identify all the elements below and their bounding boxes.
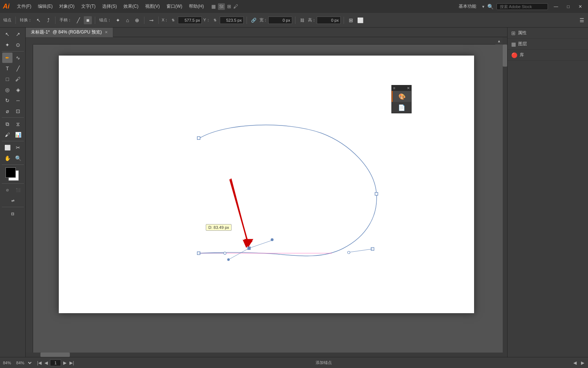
x-adjust-icon[interactable]: ⇅ <box>169 16 177 24</box>
menu-help[interactable]: 帮助(H) <box>186 2 207 11</box>
document-tab[interactable]: 未标题-1* @ 84% (RGB/GPU 预览) ✕ <box>26 28 113 37</box>
select-tool[interactable]: ↖ <box>2 29 12 39</box>
eraser-tool[interactable]: ◈ <box>13 85 23 95</box>
mini-panel-close-icon[interactable]: ✕ <box>407 86 410 90</box>
anchor-tool-1[interactable]: ✦ <box>114 16 122 24</box>
zoom-select[interactable]: 84% 100% 50% <box>15 360 33 365</box>
curvature-tool[interactable]: ∿ <box>13 53 23 63</box>
workspace-label[interactable]: 基本功能 <box>456 2 479 11</box>
workspace-chevron[interactable]: ▾ <box>482 4 484 9</box>
rotate-tool[interactable]: ↻ <box>2 95 12 106</box>
menu-object[interactable]: 对象(O) <box>56 2 77 11</box>
menu-select[interactable]: 选择(S) <box>99 2 120 11</box>
first-page-button[interactable]: |◀ <box>36 360 42 365</box>
perspective-tool[interactable]: ⧖ <box>13 119 23 129</box>
scale-tool[interactable]: ↔ <box>13 95 23 106</box>
blob-brush-tool[interactable]: ◎ <box>2 85 12 95</box>
toolbar-sep-3 <box>2 141 24 141</box>
hand-tool[interactable]: ✋ <box>2 153 12 163</box>
anchor-tool-3[interactable]: ⊕ <box>133 16 141 24</box>
toolbar-icon-pen[interactable]: 🖊 <box>233 4 238 9</box>
convert-tool-2[interactable]: ⤴ <box>44 16 52 24</box>
minimize-button[interactable]: — <box>551 3 561 11</box>
canvas-wrapper[interactable]: D: 83.49 px ▲ ≡ ✕ 🎨 📄 <box>26 37 507 357</box>
menu-window[interactable]: 窗口(W) <box>164 2 185 11</box>
properties-icon: ⊞ <box>511 30 516 36</box>
paint-tool[interactable]: 🖌 <box>2 130 12 140</box>
properties-panel-tab[interactable]: ⊞ 属性 <box>508 28 588 39</box>
artboard-tool[interactable]: ⬜ <box>2 142 12 153</box>
menu-file[interactable]: 文件(F) <box>14 2 34 11</box>
h-coord-field: 高： <box>308 17 341 24</box>
y-value-input[interactable] <box>220 17 244 24</box>
prev-page-button[interactable]: ◀ <box>44 360 49 365</box>
stock-search-input[interactable] <box>496 3 548 10</box>
layers-panel-tab[interactable]: ▦ 图层 <box>508 39 588 50</box>
eyedropper-tool[interactable]: 🖋 <box>13 74 23 84</box>
chart-tool[interactable]: 📊 <box>13 130 23 140</box>
y-adjust-icon[interactable]: ⇅ <box>211 16 219 24</box>
collapse-panel-button[interactable]: ▲ <box>495 37 503 45</box>
handle-tool-2[interactable]: ■ <box>84 16 92 24</box>
tool-row-12: ✋ 🔍 <box>2 153 23 163</box>
arrange-tool[interactable]: ⧈ <box>8 208 18 219</box>
mini-panel-expand-icon[interactable]: ≡ <box>393 86 395 90</box>
toolbar-icon-grid[interactable]: ⊞ <box>227 4 231 9</box>
search-icon[interactable]: 🔍 <box>487 4 494 10</box>
color-mode-icon[interactable]: ⬛ <box>13 185 23 195</box>
x-value-input[interactable] <box>178 17 202 24</box>
y-label: Y： <box>203 17 210 23</box>
line-tool[interactable]: ╱ <box>13 63 23 74</box>
w-value-input[interactable] <box>268 17 292 24</box>
pen-tool[interactable]: ✒ <box>2 53 12 63</box>
slice-tool[interactable]: ✂ <box>13 142 23 153</box>
menu-effect[interactable]: 效果(C) <box>121 2 141 11</box>
color-swap-icon[interactable]: ⇄ <box>8 195 18 206</box>
horizontal-scroll-thumb[interactable] <box>40 353 70 357</box>
mini-panel-doc-btn[interactable]: 📄 <box>392 102 411 113</box>
status-nav-left[interactable]: ◀ <box>573 360 577 365</box>
rect-tool[interactable]: □ <box>2 74 12 84</box>
warp-tool[interactable]: ⌀ <box>2 106 12 116</box>
align-icon[interactable]: ⊞ <box>347 16 355 24</box>
toolbar-icon-st[interactable]: St <box>218 3 225 10</box>
tab-title: 未标题-1* <box>31 29 50 35</box>
status-hint: 添加锚点 <box>78 360 569 365</box>
anchor-tool-2[interactable]: ⌂ <box>123 16 132 24</box>
artboard[interactable] <box>59 56 474 313</box>
type-tool[interactable]: T <box>2 63 12 74</box>
status-nav-right[interactable]: ▶ <box>580 360 585 365</box>
h-value-input[interactable] <box>317 17 341 24</box>
menu-text[interactable]: 文字(T) <box>78 2 98 11</box>
magic-wand-tool[interactable]: ✦ <box>2 40 12 50</box>
chain-icon[interactable]: ⛓ <box>298 16 306 24</box>
more-icon[interactable]: ☰ <box>578 16 586 24</box>
transform-icon[interactable]: ⬜ <box>356 16 365 24</box>
shape-builder-tool[interactable]: ⧉ <box>2 119 12 129</box>
vertical-scroll-thumb[interactable] <box>503 45 507 67</box>
mini-panel-color-btn[interactable]: 🎨 <box>392 91 411 102</box>
library-panel-tab[interactable]: 🔴 库 <box>508 50 588 61</box>
anchor-tool-4[interactable]: ⊸ <box>147 16 155 24</box>
maximize-button[interactable]: □ <box>564 3 573 11</box>
tab-close-button[interactable]: ✕ <box>105 30 108 34</box>
free-transform-tool[interactable]: ⊡ <box>13 106 23 116</box>
direct-select-tool[interactable]: ↗ <box>13 29 23 39</box>
close-button[interactable]: ✕ <box>576 3 585 11</box>
menu-view[interactable]: 视图(V) <box>142 2 163 11</box>
foreground-color-box[interactable] <box>6 167 16 178</box>
fill-none-icon[interactable]: ⊘ <box>2 185 12 195</box>
horizontal-scrollbar[interactable] <box>26 353 507 357</box>
zoom-tool[interactable]: 🔍 <box>13 153 23 163</box>
handle-tool-1[interactable]: ╱ <box>74 16 82 24</box>
toolbar-icon-1[interactable]: ▦ <box>211 4 216 9</box>
menu-edit[interactable]: 编辑(E) <box>35 2 55 11</box>
lasso-tool[interactable]: ⊙ <box>13 40 23 50</box>
vertical-scrollbar[interactable] <box>503 37 507 357</box>
color-boxes[interactable] <box>6 167 20 182</box>
link-icon[interactable]: 🔗 <box>250 16 258 24</box>
next-page-button[interactable]: ▶ <box>62 360 67 365</box>
last-page-button[interactable]: ▶| <box>69 360 75 365</box>
convert-tool-1[interactable]: ↖ <box>35 16 43 24</box>
page-number-input[interactable] <box>50 360 61 366</box>
